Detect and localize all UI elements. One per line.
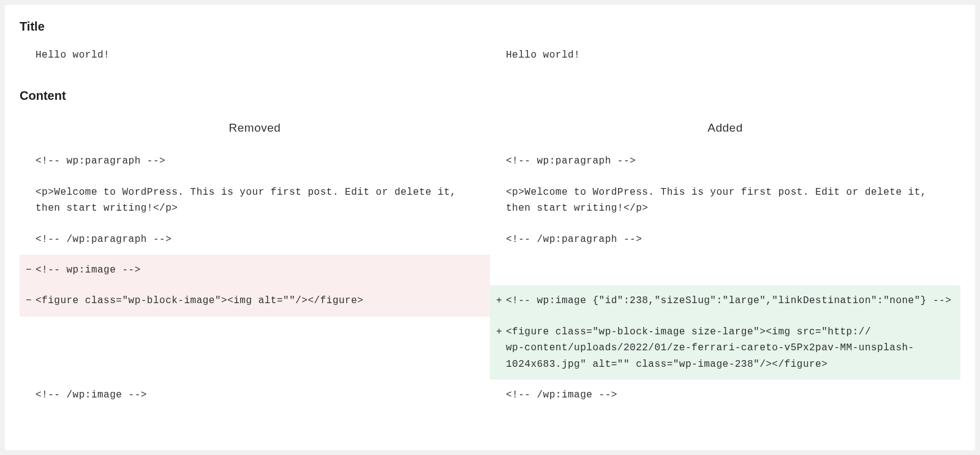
- diff-row: +<figure class="wp-block-image size-larg…: [20, 317, 960, 380]
- revision-diff-panel: Title Hello world! Hello world! Content: [5, 5, 975, 450]
- diff-cell-right: <p>Welcome to WordPress. This is your fi…: [490, 177, 960, 224]
- diff-cell-left: −<figure class="wp-block-image"><img alt…: [20, 285, 490, 316]
- diff-cell-right: [490, 255, 960, 285]
- plus-sign: +: [492, 293, 506, 309]
- diff-cell-right: <!-- /wp:paragraph -->: [490, 224, 960, 255]
- diff-code-left: <p>Welcome to WordPress. This is your fi…: [36, 184, 484, 217]
- content-diff-table: Removed Added <!-- wp:paragraph --><!-- …: [20, 113, 960, 410]
- diff-cell-left: <!-- /wp:image -->: [20, 380, 490, 410]
- diff-cell-left: <!-- wp:paragraph -->: [20, 146, 490, 176]
- title-diff-table: Hello world! Hello world!: [20, 43, 960, 74]
- diff-cell-left: [20, 317, 490, 380]
- diff-cell-left: <!-- /wp:paragraph -->: [20, 224, 490, 255]
- diff-code-right: <figure class="wp-block-image size-large…: [506, 324, 954, 372]
- plus-sign: +: [492, 324, 506, 340]
- diff-cell-left: −<!-- wp:image -->: [20, 255, 490, 285]
- diff-cell-right: <!-- /wp:image -->: [490, 380, 960, 410]
- section-heading-content: Content: [20, 89, 960, 103]
- section-heading-title: Title: [20, 20, 960, 34]
- title-left: Hello world!: [20, 43, 490, 74]
- title-right-text: Hello world!: [506, 47, 954, 63]
- diff-code-right: <!-- wp:paragraph -->: [506, 153, 954, 169]
- diff-cell-right: <!-- wp:paragraph -->: [490, 146, 960, 176]
- diff-code-right: <!-- /wp:image -->: [506, 387, 954, 403]
- diff-row: −<figure class="wp-block-image"><img alt…: [20, 285, 960, 316]
- diff-code-left: <!-- wp:image -->: [36, 262, 484, 278]
- diff-row: <p>Welcome to WordPress. This is your fi…: [20, 177, 960, 224]
- diff-code-left: <!-- /wp:paragraph -->: [36, 231, 484, 247]
- diff-code-right: <p>Welcome to WordPress. This is your fi…: [506, 184, 954, 217]
- column-header-removed: Removed: [20, 113, 490, 146]
- title-right: Hello world!: [490, 43, 960, 74]
- diff-code-left: <!-- wp:paragraph -->: [36, 153, 484, 169]
- diff-cell-left: <p>Welcome to WordPress. This is your fi…: [20, 177, 490, 224]
- diff-row: <!-- wp:paragraph --><!-- wp:paragraph -…: [20, 146, 960, 176]
- title-left-text: Hello world!: [36, 47, 484, 63]
- diff-row: <!-- /wp:image --><!-- /wp:image -->: [20, 380, 960, 410]
- diff-row: <!-- /wp:paragraph --><!-- /wp:paragraph…: [20, 224, 960, 255]
- column-header-added: Added: [490, 113, 960, 146]
- diff-row: −<!-- wp:image -->: [20, 255, 960, 285]
- minus-sign: −: [22, 293, 36, 309]
- diff-code-right: <!-- /wp:paragraph -->: [506, 231, 954, 247]
- diff-cell-right: +<!-- wp:image {"id":238,"sizeSlug":"lar…: [490, 285, 960, 316]
- minus-sign: −: [22, 262, 36, 278]
- diff-code-left: <figure class="wp-block-image"><img alt=…: [36, 293, 484, 309]
- diff-code-left: <!-- /wp:image -->: [36, 387, 484, 403]
- diff-cell-right: +<figure class="wp-block-image size-larg…: [490, 317, 960, 380]
- diff-code-right: <!-- wp:image {"id":238,"sizeSlug":"larg…: [506, 293, 954, 309]
